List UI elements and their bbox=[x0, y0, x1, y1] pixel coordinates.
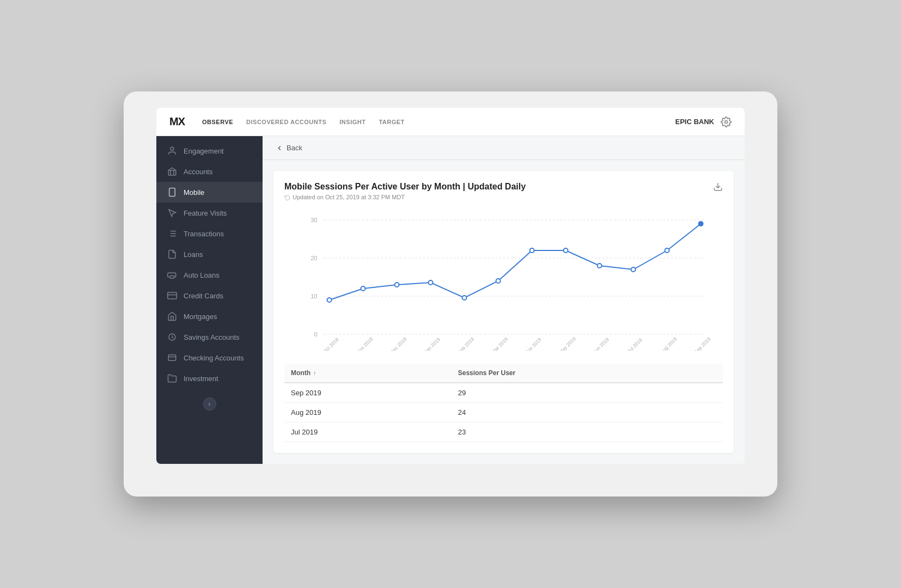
data-table: Month ↑ Sessions Per User Sep 2019 bbox=[284, 364, 723, 442]
sidebar-item-credit-cards[interactable]: Credit Cards bbox=[156, 285, 263, 306]
home-icon bbox=[167, 311, 177, 321]
nav-links: OBSERVE DISCOVERED ACCOUNTS INSIGHT TARG… bbox=[202, 119, 675, 125]
sidebar-label-investment: Investment bbox=[184, 375, 218, 383]
cell-month-aug19: Aug 2019 bbox=[284, 403, 452, 422]
datapoint-dec18 bbox=[395, 283, 399, 287]
sidebar-label-engagement: Engagement bbox=[184, 147, 224, 155]
datapoint-nov18 bbox=[361, 286, 366, 291]
sidebar-label-feature-visits: Feature Visits bbox=[184, 209, 227, 217]
sidebar-item-engagement[interactable]: Engagement bbox=[156, 140, 263, 161]
sidebar-label-mortgages: Mortgages bbox=[184, 313, 217, 321]
sidebar-label-loans: Loans bbox=[184, 250, 203, 259]
svg-rect-2 bbox=[168, 170, 176, 175]
svg-rect-11 bbox=[170, 276, 174, 279]
sidebar-item-investment[interactable]: Investment bbox=[156, 368, 263, 389]
table-row: Aug 2019 24 bbox=[284, 403, 723, 422]
sidebar-label-auto-loans: Auto Loans bbox=[184, 271, 220, 279]
sidebar-collapse-button[interactable]: ‹ bbox=[203, 397, 216, 411]
cursor-icon bbox=[167, 208, 177, 218]
datapoint-apr19 bbox=[530, 248, 534, 253]
x-label-jan19: Jan 2019 bbox=[423, 336, 441, 351]
cell-month-jul19: Jul 2019 bbox=[284, 422, 452, 442]
nav-discovered[interactable]: DISCOVERED ACCOUNTS bbox=[246, 119, 326, 125]
creditcard-icon bbox=[167, 291, 177, 301]
table-row: Sep 2019 29 bbox=[284, 383, 723, 403]
cell-sessions-sep19: 29 bbox=[452, 383, 723, 403]
nav-right: EPIC BANK bbox=[675, 117, 732, 127]
nav-observe[interactable]: OBSERVE bbox=[202, 119, 233, 125]
piggy-icon bbox=[167, 332, 177, 342]
col-header-month[interactable]: Month ↑ bbox=[284, 364, 452, 383]
bank-name: EPIC BANK bbox=[675, 118, 714, 126]
x-label-sep19: Sep 2019 bbox=[693, 336, 711, 351]
sidebar-item-feature-visits[interactable]: Feature Visits bbox=[156, 203, 263, 223]
y-label-20: 20 bbox=[311, 255, 317, 261]
line-chart: 30 20 10 0 Oct 2018 Nov 2018 Dec 2018 Ja… bbox=[284, 209, 723, 353]
sidebar-item-savings[interactable]: Savings Accounts bbox=[156, 327, 263, 347]
chart-title: Mobile Sessions Per Active User by Month… bbox=[284, 182, 526, 192]
back-button[interactable]: Back bbox=[276, 144, 732, 152]
x-label-oct18: Oct 2018 bbox=[322, 336, 340, 351]
sidebar-item-transactions[interactable]: Transactions bbox=[156, 223, 263, 244]
y-label-0: 0 bbox=[314, 331, 317, 338]
chart-updated-text: Updated on Oct 25, 2019 at 3:32 PM MDT bbox=[293, 194, 405, 200]
content-area: Back Mobile Sessions Per Active User by … bbox=[263, 136, 745, 464]
folder-icon bbox=[167, 373, 177, 383]
y-label-10: 10 bbox=[311, 293, 317, 299]
x-label-apr19: Apr 2019 bbox=[525, 336, 543, 351]
svg-rect-12 bbox=[168, 292, 177, 299]
datapoint-oct18 bbox=[327, 298, 332, 302]
datapoint-jun19 bbox=[598, 264, 602, 268]
main-layout: Engagement Accounts Mobile bbox=[156, 136, 745, 464]
x-label-mar19: Mar 2019 bbox=[490, 336, 509, 351]
cell-sessions-aug19: 24 bbox=[452, 403, 723, 422]
chart-line bbox=[330, 224, 701, 300]
sidebar-label-credit-cards: Credit Cards bbox=[184, 292, 223, 300]
x-label-dec18: Dec 2018 bbox=[389, 336, 407, 351]
sidebar-label-transactions: Transactions bbox=[184, 230, 224, 238]
table-header-row: Month ↑ Sessions Per User bbox=[284, 364, 723, 383]
nav-insight[interactable]: INSIGHT bbox=[339, 119, 366, 125]
sidebar-label-checking: Checking Accounts bbox=[184, 354, 244, 362]
sidebar: Engagement Accounts Mobile bbox=[156, 136, 263, 464]
sort-arrow: ↑ bbox=[313, 370, 316, 376]
sidebar-item-checking[interactable]: Checking Accounts bbox=[156, 347, 263, 368]
datapoint-sep19 bbox=[699, 222, 703, 226]
sidebar-label-savings: Savings Accounts bbox=[184, 333, 240, 341]
mobile-icon bbox=[167, 187, 177, 197]
logo: MX bbox=[169, 115, 185, 128]
svg-point-0 bbox=[725, 120, 728, 123]
check-icon bbox=[167, 353, 177, 363]
x-label-jun19: Jun 2019 bbox=[592, 336, 610, 351]
person-icon bbox=[167, 146, 177, 156]
nav-target[interactable]: TARGET bbox=[379, 119, 404, 125]
document-icon bbox=[167, 249, 177, 259]
col-header-sessions[interactable]: Sessions Per User bbox=[452, 364, 723, 383]
chart-svg: 30 20 10 0 Oct 2018 Nov 2018 Dec 2018 Ja… bbox=[284, 209, 723, 351]
y-label-30: 30 bbox=[311, 217, 317, 223]
sidebar-label-accounts: Accounts bbox=[184, 168, 212, 176]
refresh-icon bbox=[284, 194, 290, 200]
datapoint-jan19 bbox=[429, 280, 433, 285]
back-label: Back bbox=[287, 144, 302, 152]
gear-icon[interactable] bbox=[721, 117, 732, 127]
table-row: Jul 2019 23 bbox=[284, 422, 723, 442]
chart-title-group: Mobile Sessions Per Active User by Month… bbox=[284, 182, 526, 200]
sidebar-item-auto-loans[interactable]: Auto Loans bbox=[156, 265, 263, 285]
svg-point-1 bbox=[171, 147, 174, 150]
cell-sessions-jul19: 23 bbox=[452, 422, 723, 442]
x-label-jul19: Jul 2019 bbox=[626, 337, 643, 351]
top-nav: MX OBSERVE DISCOVERED ACCOUNTS INSIGHT T… bbox=[156, 108, 745, 136]
back-chevron-icon bbox=[276, 144, 283, 152]
svg-rect-15 bbox=[168, 355, 176, 361]
back-bar: Back bbox=[263, 136, 745, 160]
sidebar-item-loans[interactable]: Loans bbox=[156, 244, 263, 265]
chart-updated: Updated on Oct 25, 2019 at 3:32 PM MDT bbox=[284, 194, 526, 200]
sidebar-item-mortgages[interactable]: Mortgages bbox=[156, 306, 263, 327]
x-label-nov18: Nov 2018 bbox=[355, 336, 374, 351]
sidebar-item-accounts[interactable]: Accounts bbox=[156, 161, 263, 182]
sidebar-label-mobile: Mobile bbox=[184, 188, 204, 197]
sidebar-item-mobile[interactable]: Mobile bbox=[156, 182, 263, 203]
download-icon[interactable] bbox=[713, 182, 723, 192]
car-icon bbox=[167, 270, 177, 280]
